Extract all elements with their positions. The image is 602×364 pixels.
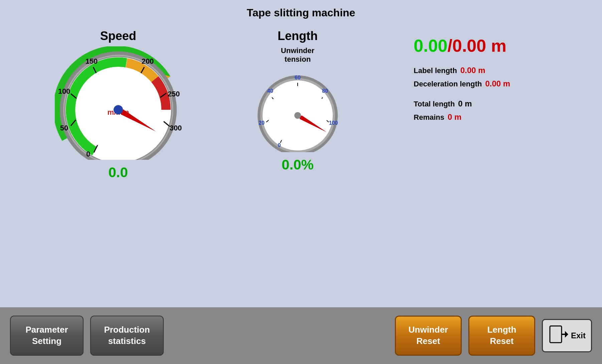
label-length-row: Label length 0.00 m [414, 66, 485, 75]
parameter-setting-button[interactable]: ParameterSetting [10, 316, 84, 356]
exit-icon [548, 324, 568, 347]
length-current: 0.00 [414, 36, 447, 55]
remains-value: 0 m [448, 112, 461, 122]
decel-length-row: Deceleration length 0.00 m [414, 79, 510, 88]
label-length-label: Label length [414, 66, 457, 75]
speed-gauge-container: 0 50 100 150 200 [55, 46, 182, 161]
total-length-row: Total length 0 m [414, 99, 472, 108]
svg-text:40: 40 [267, 88, 273, 94]
length-display: 0.00/0.00 m [414, 36, 506, 56]
length-reset-button[interactable]: LengthReset [468, 316, 535, 356]
svg-text:200: 200 [141, 57, 154, 65]
decel-length-label: Deceleration length [414, 80, 482, 88]
right-panel: 0.00/0.00 m Label length 0.00 m Decelera… [414, 29, 547, 126]
total-length-value: 0 m [458, 99, 472, 108]
svg-text:300: 300 [169, 124, 181, 132]
svg-rect-50 [550, 326, 562, 343]
svg-text:20: 20 [259, 120, 265, 126]
main-content: Speed [0, 22, 602, 180]
speed-gauge-title: Speed [100, 29, 136, 43]
length-gauge-title: Length [278, 29, 318, 43]
speed-gauge-section: Speed [55, 29, 182, 180]
svg-marker-52 [565, 331, 568, 338]
page-title: Tape slitting machine [0, 0, 602, 19]
unwinder-label: Unwinder tension [281, 46, 314, 64]
svg-text:0: 0 [278, 142, 281, 148]
length-gauge-section: Length Unwinder tension [251, 29, 344, 173]
unwinder-reset-button[interactable]: UnwinderReset [395, 316, 462, 356]
remains-row: Remains 0 m [414, 112, 461, 122]
decel-length-value: 0.00 m [485, 79, 510, 88]
total-length-label: Total length [414, 100, 455, 108]
exit-label: Exit [571, 331, 586, 340]
exit-button[interactable]: Exit [542, 319, 592, 352]
svg-text:100: 100 [329, 120, 338, 126]
length-target: 0.00 [452, 36, 486, 55]
speed-value: 0.0 [108, 164, 128, 180]
remains-label: Remains [414, 113, 444, 122]
svg-text:100: 100 [58, 87, 70, 95]
bottom-bar: ParameterSetting Productionstatistics Un… [0, 307, 602, 364]
svg-text:60: 60 [295, 75, 301, 80]
length-gauge-container: 0 20 40 60 80 100 [251, 65, 344, 153]
tension-value: 0.0% [282, 157, 314, 173]
svg-text:80: 80 [322, 88, 328, 94]
label-length-value: 0.00 m [460, 66, 485, 75]
production-statistics-button[interactable]: Productionstatistics [90, 316, 164, 356]
